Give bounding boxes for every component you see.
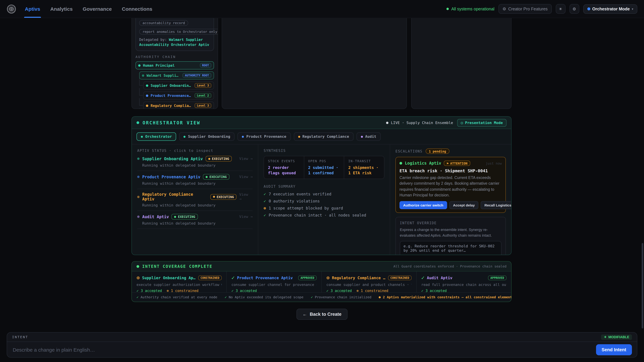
escalations-column: ESCALATIONS 1 pending Logistics Aptiv ⚑ … (390, 144, 511, 255)
node-name: Product Provenance Aptiv (150, 94, 192, 98)
escalation-card: Logistics Aptiv ⚑ ATTENTION just now ETA… (396, 157, 506, 213)
view-link[interactable]: View → (239, 215, 253, 219)
presentation-mode-button[interactable]: ○ Presentation Mode (457, 119, 506, 126)
status-item-supplier-onboarding[interactable]: Supplier Onboarding Aptiv EXECUTING View… (137, 156, 252, 171)
side-panel (411, 18, 512, 109)
creator-pro-button[interactable]: ⚙ Creator Pro Features (498, 4, 552, 14)
guard-icon: ⊕ (264, 206, 266, 211)
accepted-count: ✓ 3 accepted (232, 289, 257, 292)
status-dot-icon (446, 8, 449, 10)
nav-tab-connections[interactable]: Connections (122, 0, 152, 18)
accepted-count: ✓ 3 accepted (136, 289, 162, 292)
viewport: Aptivs Analytics Governance Connections … (0, 0, 644, 362)
recall-logistics-aptiv-button[interactable]: Recall Logistics Aptiv (481, 201, 511, 209)
accept-delay-button[interactable]: Accept delay (449, 201, 478, 209)
chain-node-product-provenance[interactable]: Product Provenance Aptiv Level 2 (143, 92, 214, 100)
view-link[interactable]: View → (239, 157, 253, 161)
authorize-carrier-switch-button[interactable]: Authorize carrier switch (400, 201, 447, 209)
delegation-card: accountability record report anomalies t… (136, 18, 214, 51)
coverage-card-product-provenance: ✓ Product Provenance Aptiv APPROVED cons… (226, 272, 321, 292)
authority-chain-title: AUTHORITY CHAIN (136, 55, 214, 59)
status-item-regulatory-compliance[interactable]: Regulatory Compliance Aptiv EXECUTING Vi… (137, 192, 252, 211)
constrained-count: ⊕ 1 constrained (356, 289, 388, 292)
guard-check: ✓No Aptiv exceeded its delegated scope (225, 295, 304, 299)
modifiable-badge: ✦ MODIFIABLE (601, 334, 632, 340)
node-badge: AUTHORITY ROOT (183, 73, 211, 78)
constrained-icon: ⊕ (326, 275, 330, 281)
arrow-left-icon: ← (302, 312, 307, 317)
dot-icon (141, 136, 143, 138)
check-icon: ✓ (232, 275, 234, 281)
dot-icon (137, 216, 140, 218)
stat-stock-events: STOCK EVENTS 2 reorder flags queued (264, 156, 304, 179)
orchestrator-view-panel: ORCHESTRATOR VIEW LIVE · Supply Chain En… (132, 116, 512, 255)
intent-label: INTENT (12, 335, 28, 339)
sparkle-icon: ✦ (604, 335, 607, 339)
executing-badge: EXECUTING (206, 156, 232, 162)
dot-icon (137, 158, 140, 160)
accepted-count: ✓ 3 accepted (421, 289, 447, 292)
nav-tab-aptivs[interactable]: Aptivs (25, 0, 40, 18)
coverage-subtitle: All Guard coordinates enforced · Provena… (394, 265, 506, 268)
chevron-down-icon: ▾ (632, 7, 633, 10)
intent-override-input[interactable] (400, 241, 502, 255)
coverage-card-supplier-onboarding: ⊕ Supplier Onboarding Aptiv CONSTRAINED … (132, 272, 226, 292)
view-link[interactable]: View → (239, 175, 253, 179)
coverage-card-regulatory-compliance: ⊕ Regulatory Compliance Aptiv CONSTRAINE… (321, 272, 416, 292)
scope-pill: report anomalies to Orchestrator only (139, 29, 218, 34)
dot-icon (386, 121, 388, 124)
status-item-product-provenance[interactable]: Product Provenance Aptiv EXECUTING View … (137, 174, 252, 189)
executing-badge: EXECUTING (203, 174, 230, 180)
stat-open-pos: OPEN POS 2 submitted · 1 confirmed (304, 156, 344, 179)
nav-tabs: Aptivs Analytics Governance Connections (25, 0, 152, 18)
settings-button[interactable]: ⚙ (569, 4, 579, 14)
intent-bar-header: INTENT ✦ MODIFIABLE (7, 333, 637, 342)
dot-icon (137, 176, 140, 178)
system-status: All systems operational (446, 6, 494, 11)
constrained-icon: ⊕ (136, 275, 140, 281)
check-icon: ✓ (264, 199, 266, 203)
chain-node-human-principal[interactable]: Human Principal ROOT (136, 61, 214, 69)
escalation-title: ETA breach risk · Shipment SHP-0041 (400, 168, 502, 173)
back-to-create-button[interactable]: ← Back to Create (296, 309, 348, 320)
node-badge: Level 2 (194, 93, 211, 98)
chain-node-authority-root[interactable]: Walmart Supplier Acco… AUTHORITY ROOT (139, 71, 214, 80)
dot-icon (242, 136, 244, 138)
tab-orchestrator[interactable]: Orchestrator (136, 132, 176, 141)
chain-node-regulatory-compliance[interactable]: Regulatory Compliance Aptiv Level 3 (143, 102, 214, 109)
executing-badge: EXECUTING (172, 214, 198, 220)
nav-tab-analytics[interactable]: Analytics (50, 0, 72, 18)
constraint-note: 2 Aptivs materialized with constraints —… (379, 295, 511, 299)
dot-icon (361, 136, 363, 138)
audit-summary-title: AUDIT SUMMARY (264, 184, 384, 188)
escalation-agent: Logistics Aptiv (405, 161, 441, 166)
delegated-by-label: Delegated by: (139, 37, 167, 41)
tab-regulatory-compliance[interactable]: Regulatory Compliance (294, 132, 353, 141)
tab-audit[interactable]: Audit (356, 132, 380, 141)
node-name: Supplier Onboarding Aptiv (150, 84, 192, 88)
coverage-title: INTENT COVERAGE COMPLETE (142, 264, 212, 269)
node-dot-icon (146, 84, 148, 87)
intent-input[interactable] (12, 347, 591, 353)
send-intent-button[interactable]: Send Intent (596, 344, 632, 355)
node-badge: Level 3 (194, 83, 211, 88)
status-item-audit[interactable]: Audit Aptiv EXECUTING View → Running wit… (137, 214, 252, 229)
tab-supplier-onboarding[interactable]: Supplier Onboarding (179, 132, 234, 141)
audit-summary-row: ⊕ 1 scope attempt blocked by guard (264, 206, 384, 211)
attention-badge: ⚑ ATTENTION (444, 161, 470, 166)
tab-product-provenance[interactable]: Product Provenance (238, 132, 291, 141)
orchestrator-title: ORCHESTRATOR VIEW (142, 120, 200, 125)
theme-toggle-button[interactable]: ☀ (556, 4, 565, 14)
mode-dropdown[interactable]: Orchestrator Mode ▾ (583, 4, 637, 13)
audit-summary-row: ✓ 0 authority violations (264, 199, 384, 203)
scrollbar-thumb[interactable] (642, 243, 643, 329)
coverage-badge: APPROVED (488, 275, 506, 280)
chain-node-supplier-onboarding[interactable]: Supplier Onboarding Aptiv Level 3 (143, 82, 214, 90)
check-icon: ✓ (264, 213, 266, 218)
check-icon: ✓ (421, 275, 424, 281)
nav-tab-governance[interactable]: Governance (83, 0, 112, 18)
view-link[interactable]: View → (239, 192, 252, 201)
app: Aptivs Analytics Governance Connections … (0, 0, 644, 362)
gear-icon: ⚙ (572, 6, 576, 11)
node-badge: ROOT (200, 63, 211, 68)
